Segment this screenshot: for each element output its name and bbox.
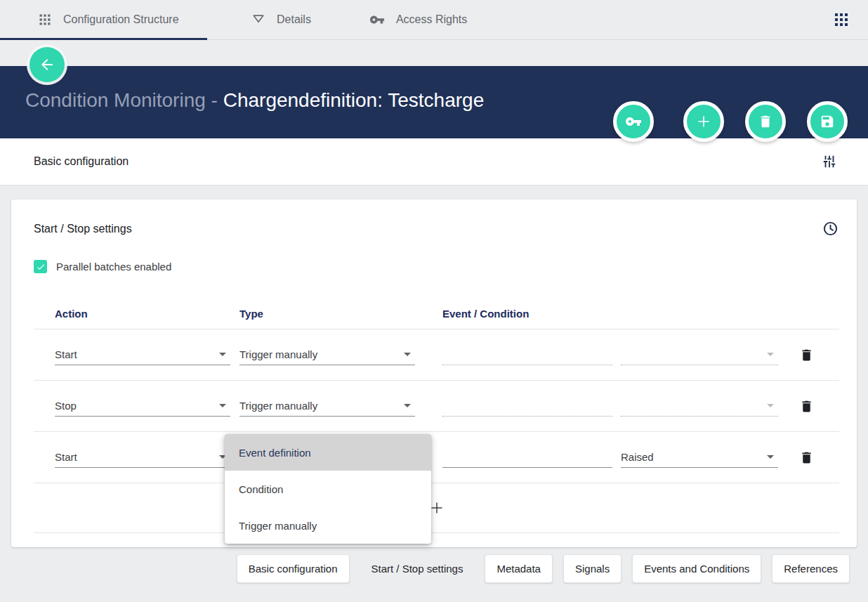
settings-title: Start / Stop settings bbox=[34, 223, 132, 235]
save-button[interactable] bbox=[807, 101, 848, 142]
floppy-disk-icon bbox=[820, 114, 835, 129]
column-header-action: Action bbox=[55, 308, 239, 320]
start-stop-table: Action Type Event / Condition Start Trig… bbox=[34, 273, 839, 533]
state-select-value: Raised bbox=[621, 451, 654, 463]
page-title: Condition Monitoring - Chargendefinition… bbox=[25, 89, 484, 112]
action-select-value: Stop bbox=[55, 400, 77, 412]
action-select[interactable]: Start bbox=[55, 447, 230, 468]
apps-grid-icon bbox=[833, 11, 850, 28]
arrow-left-icon bbox=[39, 56, 55, 73]
trash-icon bbox=[799, 399, 814, 414]
tune-filters-button[interactable] bbox=[822, 154, 837, 169]
back-button[interactable] bbox=[29, 47, 65, 82]
apps-grid-icon bbox=[38, 13, 52, 27]
parallel-batches-row: Parallel batches enabled bbox=[34, 260, 857, 273]
delete-row-button[interactable] bbox=[799, 450, 814, 465]
trash-icon bbox=[799, 348, 814, 362]
bottom-tab-references[interactable]: References bbox=[772, 554, 850, 583]
tune-sliders-icon bbox=[822, 154, 837, 169]
event-condition-field[interactable] bbox=[442, 447, 612, 468]
action-select-value: Start bbox=[55, 348, 77, 360]
start-stop-settings-card: Start / Stop settings Parallel batches e… bbox=[11, 199, 857, 547]
tab-details[interactable]: Details bbox=[251, 0, 311, 39]
type-select-value: Trigger manually bbox=[239, 400, 317, 412]
parallel-batches-label: Parallel batches enabled bbox=[56, 261, 171, 273]
action-select-value: Start bbox=[55, 451, 77, 463]
chevron-down-icon bbox=[767, 455, 774, 459]
menu-item-event-definition[interactable]: Event definition bbox=[225, 434, 431, 471]
bottom-tab-start-stop-settings[interactable]: Start / Stop settings bbox=[360, 554, 475, 583]
card-header: Start / Stop settings bbox=[11, 199, 857, 237]
trash-icon bbox=[758, 114, 773, 129]
funnel-filter-icon bbox=[251, 13, 265, 27]
action-select[interactable]: Start bbox=[55, 344, 230, 365]
chevron-down-icon bbox=[219, 353, 226, 356]
add-button[interactable] bbox=[683, 101, 724, 142]
tab-configuration-structure[interactable]: Configuration Structure bbox=[0, 0, 207, 39]
column-header-type: Type bbox=[239, 308, 442, 320]
table-header-row: Action Type Event / Condition bbox=[34, 273, 839, 329]
top-tab-bar: Configuration Structure Details Access R… bbox=[0, 0, 868, 40]
clock-icon bbox=[822, 221, 839, 237]
bottom-tab-signals[interactable]: Signals bbox=[563, 554, 622, 583]
state-select[interactable] bbox=[621, 395, 778, 417]
action-select[interactable]: Stop bbox=[55, 395, 230, 417]
header-actions bbox=[613, 101, 848, 142]
page: Configuration Structure Details Access R… bbox=[0, 0, 868, 602]
basic-configuration-bar: Basic configuration bbox=[0, 138, 868, 185]
bottom-tab-basic-configuration[interactable]: Basic configuration bbox=[237, 554, 350, 583]
parallel-batches-checkbox[interactable] bbox=[34, 260, 47, 273]
state-select[interactable] bbox=[621, 344, 778, 365]
tab-label: Configuration Structure bbox=[63, 13, 179, 26]
basic-configuration-label: Basic configuration bbox=[34, 155, 129, 168]
state-select[interactable]: Raised bbox=[621, 447, 778, 468]
chevron-down-icon bbox=[404, 404, 411, 407]
column-header-event-condition: Event / Condition bbox=[442, 308, 839, 320]
delete-row-button[interactable] bbox=[799, 399, 814, 414]
bottom-section-nav: Basic configuration Start / Stop setting… bbox=[0, 554, 850, 583]
chevron-down-icon bbox=[404, 353, 411, 356]
type-select[interactable]: Trigger manually bbox=[239, 395, 415, 417]
type-select[interactable]: Trigger manually bbox=[239, 344, 415, 365]
delete-button[interactable] bbox=[745, 101, 786, 142]
chevron-down-icon bbox=[767, 404, 774, 407]
event-condition-field[interactable] bbox=[442, 395, 612, 417]
page-header: Condition Monitoring - Chargendefinition… bbox=[0, 66, 868, 138]
table-row: Start Trigger manually bbox=[34, 329, 839, 381]
key-icon bbox=[369, 12, 385, 27]
apps-menu-button[interactable] bbox=[833, 11, 850, 28]
table-row: Start Raised bbox=[34, 432, 839, 483]
tab-label: Details bbox=[277, 13, 311, 26]
type-select-value: Trigger manually bbox=[239, 348, 317, 360]
tab-access-rights[interactable]: Access Rights bbox=[369, 0, 467, 39]
check-icon bbox=[36, 262, 46, 272]
table-row: Stop Trigger manually bbox=[34, 381, 839, 432]
menu-item-trigger-manually[interactable]: Trigger manually bbox=[225, 507, 431, 544]
key-icon bbox=[625, 113, 642, 130]
chevron-down-icon bbox=[219, 404, 226, 407]
menu-item-condition[interactable]: Condition bbox=[225, 471, 431, 507]
bottom-tab-metadata[interactable]: Metadata bbox=[485, 554, 553, 583]
page-title-prefix: Condition Monitoring - bbox=[25, 89, 223, 111]
tab-label: Access Rights bbox=[396, 13, 467, 26]
delete-row-button[interactable] bbox=[799, 348, 814, 362]
access-key-button[interactable] bbox=[613, 101, 654, 142]
add-row-container bbox=[34, 483, 839, 533]
plus-icon bbox=[695, 112, 713, 131]
event-condition-field[interactable] bbox=[442, 344, 612, 365]
bottom-tab-events-and-conditions[interactable]: Events and Conditions bbox=[632, 554, 761, 583]
chevron-down-icon bbox=[767, 353, 774, 356]
type-dropdown-menu: Event definition Condition Trigger manua… bbox=[225, 434, 431, 544]
page-title-main: Chargendefinition: Testcharge bbox=[223, 89, 485, 111]
history-clock-button[interactable] bbox=[822, 221, 839, 237]
trash-icon bbox=[799, 450, 814, 465]
